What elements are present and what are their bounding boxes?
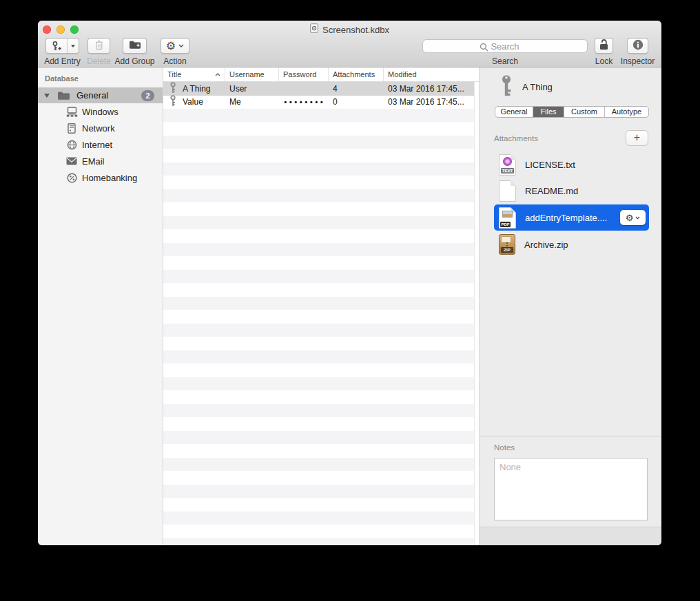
window-title: Screenshot.kdbx	[322, 25, 389, 35]
entry-attachments-count: 0	[329, 97, 384, 107]
table-row[interactable]: Value Me •••••••• 0 03 Mar 2016 17:45...	[163, 96, 479, 109]
add-attachment-button[interactable]: +	[626, 130, 648, 146]
trash-icon	[94, 39, 104, 53]
sidebar-item-network[interactable]: Network	[38, 120, 163, 136]
add-group-toolbar-item: Add Group	[123, 38, 147, 54]
file-icon-label: PDF	[500, 222, 511, 227]
entry-username: User	[225, 84, 279, 94]
add-entry-dropdown[interactable]	[68, 39, 79, 53]
app-window: Screenshot.kdbx Add Entry Delete	[38, 21, 661, 545]
tab-files[interactable]: Files	[533, 107, 564, 117]
tab-general[interactable]: General	[495, 107, 533, 117]
add-entry-button[interactable]	[45, 38, 79, 54]
windows-network-icon	[65, 107, 78, 117]
attachment-name: addEntryTemplate....	[525, 213, 607, 223]
tab-custom[interactable]: Custom	[564, 107, 605, 117]
notes-textarea[interactable]	[494, 458, 648, 520]
entry-attachments-count: 4	[329, 84, 384, 94]
add-group-label: Add Group	[114, 56, 154, 66]
attachment-name: Archive.zip	[524, 240, 568, 250]
column-header-modified[interactable]: Modified	[384, 67, 479, 81]
action-label: Action	[163, 56, 186, 66]
lock-button[interactable]	[595, 38, 613, 54]
folder-plus-icon	[129, 40, 141, 52]
markdown-file-icon	[499, 180, 516, 202]
entry-title: Value	[183, 97, 203, 107]
empty-row-stripes	[163, 109, 474, 545]
attachment-name: LICENSE.txt	[525, 160, 575, 170]
inspector-panel: A Thing General Files Custom Autotype At…	[479, 67, 661, 545]
attachment-row[interactable]: README.md	[494, 178, 649, 204]
sidebar-item-label: General	[76, 90, 108, 101]
percent-icon	[65, 173, 78, 183]
table-header: Title Username Password Attachments Modi…	[163, 67, 479, 82]
entry-title: A Thing	[183, 84, 210, 94]
attachment-row-selected[interactable]: PDF addEntryTemplate.... ⚙	[494, 204, 649, 231]
table-row[interactable]: A Thing User 4 03 Mar 2016 17:45...	[163, 82, 479, 96]
key-icon	[169, 82, 176, 96]
padlock-open-icon	[599, 39, 609, 53]
sidebar-item-label: Windows	[82, 107, 119, 117]
sidebar-item-homebanking[interactable]: Homebanking	[38, 169, 163, 186]
info-icon	[632, 39, 644, 53]
inspector-button[interactable]	[627, 38, 648, 54]
pdf-file-icon: PDF	[499, 207, 516, 229]
column-header-attachments[interactable]: Attachments	[329, 67, 384, 81]
key-plus-icon	[46, 39, 68, 53]
sidebar-item-email[interactable]: EMail	[38, 153, 163, 169]
notes-section-label: Notes	[494, 443, 515, 452]
attachment-action-button[interactable]: ⚙	[620, 210, 646, 225]
attachments-section-label: Attachments	[494, 134, 538, 143]
entry-username: Me	[225, 97, 279, 107]
key-icon	[500, 74, 513, 100]
sidebar-item-internet[interactable]: Internet	[38, 136, 163, 153]
tab-autotype[interactable]: Autotype	[605, 107, 648, 117]
table-scrollbar-track[interactable]	[474, 82, 479, 545]
group-sidebar: Database General 2 Windows Network	[38, 67, 163, 545]
gear-icon: ⚙	[626, 213, 634, 222]
titlebar: Screenshot.kdbx	[38, 24, 661, 35]
sidebar-item-windows[interactable]: Windows	[38, 103, 163, 120]
add-group-button[interactable]	[123, 38, 147, 54]
column-header-password[interactable]: Password	[279, 67, 329, 81]
document-proxy-icon	[310, 23, 318, 36]
chevron-down-icon	[71, 45, 75, 48]
disclosure-triangle-icon[interactable]	[44, 94, 50, 98]
search-label: Search	[492, 56, 518, 66]
inspector-tabs: General Files Custom Autotype	[495, 106, 649, 118]
attachment-name: README.md	[525, 186, 578, 196]
entry-modified: 03 Mar 2016 17:45...	[384, 97, 479, 107]
sort-ascending-icon	[215, 73, 220, 76]
inspector-label: Inspector	[621, 56, 655, 66]
sidebar-item-general[interactable]: General 2	[38, 87, 163, 103]
inspector-toolbar-item: Inspector	[627, 38, 648, 54]
lock-toolbar-item: Lock	[595, 38, 613, 54]
add-entry-toolbar-item: Add Entry	[45, 38, 79, 54]
attachment-row[interactable]: ZIP Archive.zip	[494, 231, 649, 257]
search-input[interactable]	[422, 39, 588, 53]
delete-button[interactable]	[88, 38, 110, 54]
entry-table: Title Username Password Attachments Modi…	[163, 67, 479, 545]
globe-icon	[65, 140, 78, 150]
action-button[interactable]: ⚙	[161, 38, 189, 54]
chevron-down-icon	[178, 44, 184, 48]
sidebar-item-label: Homebanking	[82, 173, 137, 183]
server-icon	[65, 123, 78, 134]
entry-count-badge: 2	[141, 90, 154, 101]
action-toolbar-item: ⚙ Action	[161, 38, 189, 54]
window-chrome: Screenshot.kdbx Add Entry Delete	[38, 21, 661, 67]
zip-file-icon: ZIP	[499, 234, 515, 255]
lock-label: Lock	[595, 56, 612, 66]
inspector-footer-bar	[480, 527, 661, 545]
add-entry-label: Add Entry	[44, 56, 81, 66]
entry-modified: 03 Mar 2016 17:45...	[384, 84, 479, 94]
gear-icon: ⚙	[166, 41, 176, 52]
file-icon-label: ZIP	[501, 247, 513, 253]
attachment-row[interactable]: TEXT LICENSE.txt	[494, 151, 649, 178]
sidebar-item-label: Internet	[82, 140, 112, 150]
folder-icon	[57, 91, 70, 101]
delete-label: Delete	[87, 56, 111, 66]
inspector-entry-title: A Thing	[522, 82, 553, 92]
key-icon	[169, 95, 176, 109]
column-header-username[interactable]: Username	[225, 67, 279, 81]
